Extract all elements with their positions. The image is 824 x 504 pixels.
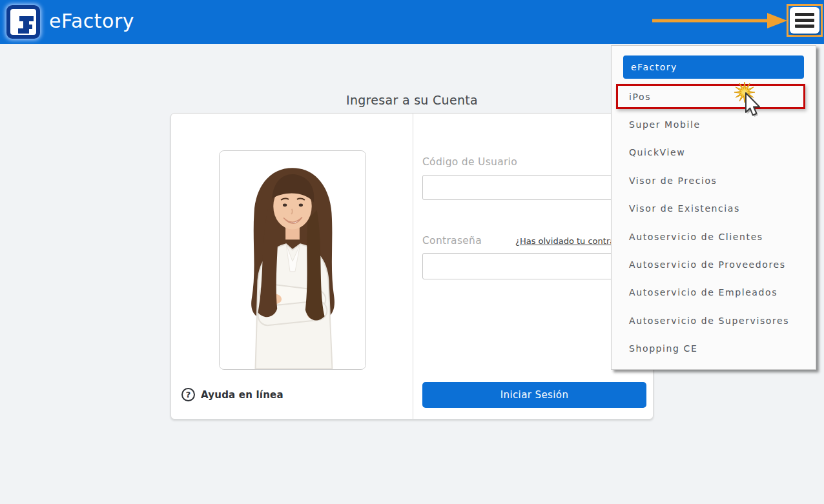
username-label: Código de Usuario — [422, 156, 517, 168]
hamburger-icon-bar — [795, 25, 814, 28]
password-label: Contraseña — [422, 235, 482, 247]
page-title: Ingresar a su Cuenta — [170, 93, 654, 107]
menu-item-autoservicio-de-supervisores[interactable]: Autoservicio de Supervisores — [612, 307, 816, 334]
menu-item-autoservicio-de-proveedores[interactable]: Autoservicio de Proveedores — [612, 250, 816, 278]
menu-item-autoservicio-de-clientes[interactable]: Autoservicio de Clientes — [612, 223, 816, 250]
menu-item-super-mobile[interactable]: Super Mobile — [612, 110, 816, 138]
question-mark-icon: ? — [181, 388, 195, 401]
annotation-arrow-icon — [651, 12, 788, 30]
annotation-highlight-ipos — [616, 84, 805, 109]
apps-menu-button[interactable] — [790, 7, 819, 34]
menu-item-efactory[interactable]: eFactory — [623, 55, 804, 79]
login-card: ? Ayuda en línea Código de Usuario Contr… — [170, 113, 654, 419]
login-button[interactable]: Iniciar Sesión — [422, 382, 646, 408]
menu-item-quickview[interactable]: QuickView — [612, 139, 816, 166]
cursor-icon — [728, 79, 770, 123]
woman-photo-illustration — [220, 151, 366, 369]
card-divider — [413, 114, 413, 419]
menu-item-autoservicio-de-empleados[interactable]: Autoservicio de Empleados — [612, 279, 816, 307]
user-photo — [219, 150, 366, 370]
menu-item-shopping-ce[interactable]: Shopping CE — [612, 335, 816, 363]
brand-logo-f-glyph — [10, 9, 36, 35]
hamburger-icon-bar — [795, 19, 814, 22]
brand-logo-icon — [6, 5, 40, 39]
help-label: Ayuda en línea — [201, 389, 283, 401]
annotation-highlight-menu-button — [787, 4, 823, 37]
menu-item-visor-de-precios[interactable]: Visor de Precios — [612, 166, 816, 194]
brand-title: eFactory — [49, 10, 134, 32]
menu-item-visor-de-existencias[interactable]: Visor de Existencias — [612, 195, 816, 223]
help-link[interactable]: ? Ayuda en línea — [181, 388, 283, 401]
hamburger-icon-bar — [795, 13, 814, 16]
